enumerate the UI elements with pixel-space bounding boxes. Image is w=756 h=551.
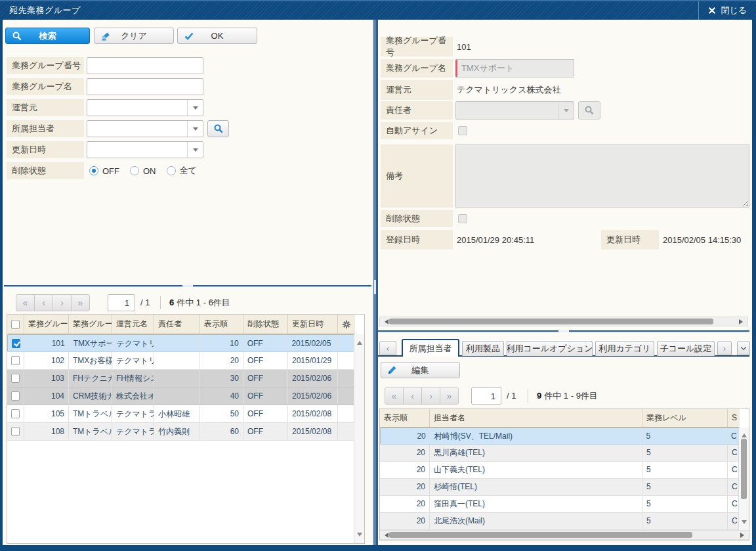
remarks-textarea (455, 144, 749, 208)
registered-value: 2015/01/29 20:45:11 (457, 230, 534, 250)
gear-icon (342, 320, 351, 329)
radio-on[interactable]: ON (130, 166, 156, 176)
last-page-button[interactable]: » (71, 294, 90, 311)
staff-row[interactable]: 20 村崎博(SV、TEL/Mail) 5 C (380, 428, 740, 445)
col-del[interactable]: 削除状態 (243, 315, 288, 334)
tab-child-call-settings[interactable]: 子コール設定 (657, 341, 715, 356)
sub-page-total: / 1 (507, 387, 516, 405)
search-button[interactable]: 検索 (5, 28, 90, 44)
search-icon (12, 31, 22, 41)
table-row[interactable]: 102 TMXお客様相 テクマトリッ 20 OFF 2015/01/29 (7, 352, 355, 370)
group-name-input[interactable] (87, 78, 203, 95)
col-group-name[interactable]: 業務グループ名 (69, 315, 112, 334)
chevron-down-icon (187, 142, 203, 158)
tab-staff[interactable]: 所属担当者 (402, 339, 459, 357)
deleted-radio-group: OFF ON 全て (89, 162, 197, 179)
resize-grip-icon[interactable] (742, 200, 748, 206)
detail-splitter[interactable] (378, 330, 749, 334)
updated-select[interactable] (87, 141, 203, 158)
horizontal-splitter[interactable] (4, 285, 371, 288)
ok-button[interactable]: OK (177, 28, 257, 44)
select-all-checkbox[interactable] (11, 320, 20, 329)
scroll-left-icon[interactable] (382, 319, 388, 324)
operator-select[interactable] (87, 99, 203, 116)
scrollbar-thumb[interactable] (389, 319, 713, 324)
staff-row[interactable]: 20 山下義夫(TEL) 5 C (380, 462, 740, 479)
first-page-button[interactable]: « (16, 294, 35, 311)
radio-off[interactable]: OFF (89, 166, 119, 176)
prev-page-button[interactable]: ‹ (34, 294, 53, 311)
vertical-scrollbar[interactable] (354, 334, 364, 543)
staff-row[interactable]: 20 杉崎悟(TEL) 5 C (380, 479, 740, 496)
col-s[interactable]: S (728, 409, 740, 427)
prev-page-button[interactable]: ‹ (403, 387, 422, 405)
row-checkbox[interactable] (11, 427, 20, 436)
manager-search-button (578, 101, 600, 120)
col-updated[interactable]: 更新日時 (288, 315, 338, 334)
next-page-button[interactable]: › (421, 387, 440, 405)
clear-button[interactable]: クリア (94, 28, 174, 44)
scroll-down-icon[interactable] (357, 533, 362, 539)
scroll-right-icon[interactable] (740, 533, 747, 538)
first-page-button[interactable]: « (385, 387, 404, 405)
vertical-splitter[interactable] (373, 20, 378, 545)
col-level[interactable]: 業務レベル (642, 409, 728, 427)
tab-scroll-left-button[interactable]: ‹ (379, 341, 396, 355)
close-button[interactable]: 閉じる (698, 1, 747, 20)
results-table-header: 業務グループ番号 業務グループ名 運営元名 責任者 表示順 削除状態 更新日時 (7, 315, 355, 334)
row-checkbox[interactable] (11, 391, 20, 401)
scrollbar-thumb[interactable] (741, 439, 747, 499)
col-group-no[interactable]: 業務グループ番号 (24, 315, 69, 334)
detail-group-no-value: 101 (457, 37, 471, 56)
tab-list-button[interactable] (737, 341, 750, 355)
scroll-down-icon[interactable] (742, 520, 747, 527)
staff-horizontal-scrollbar[interactable] (380, 530, 749, 540)
scroll-up-icon[interactable] (357, 338, 362, 345)
scroll-right-icon[interactable] (739, 319, 746, 324)
table-row[interactable]: 108 TMトラベル予 テクマトラベ 竹内義則 60 OFF 2015/02/0… (7, 423, 355, 441)
last-page-button[interactable]: » (440, 387, 459, 405)
staff-row[interactable]: 20 窪田真一(TEL) 5 C (380, 496, 740, 513)
page-input[interactable] (108, 294, 135, 311)
chevron-down-icon (740, 346, 747, 351)
detail-group-name-input[interactable] (455, 59, 574, 77)
table-row[interactable]: 104 CRM技術ナビ 株式会社オフ 40 OFF 2015/02/06 (7, 387, 355, 405)
row-checkbox[interactable] (11, 356, 20, 365)
table-row[interactable]: 105 TMトラベルC テクマトラベ 小林昭雄 50 OFF 2015/02/0… (7, 405, 355, 423)
ok-button-label: OK (211, 31, 224, 41)
row-checkbox[interactable] (11, 409, 20, 418)
col-order[interactable]: 表示順 (380, 409, 430, 427)
tab-scroll-right-button[interactable]: › (717, 341, 732, 355)
table-row[interactable]: 101 TMXサポート テクマトリッ 10 OFF 2015/02/05 (7, 334, 355, 352)
row-checkbox[interactable] (12, 339, 20, 348)
edit-button-label: 編集 (412, 364, 429, 376)
edit-button[interactable]: 編集 (381, 362, 460, 378)
col-name[interactable]: 担当者名 (430, 409, 642, 427)
group-no-input[interactable] (87, 57, 203, 74)
staff-select[interactable] (87, 120, 203, 137)
row-checkbox[interactable] (11, 374, 20, 383)
tab-products[interactable]: 利用製品 (462, 341, 504, 356)
deleted-checkbox (458, 214, 467, 223)
detail-horizontal-scrollbar[interactable] (379, 317, 748, 326)
col-owner[interactable]: 責任者 (154, 315, 200, 334)
col-org[interactable]: 運営元名 (112, 315, 154, 334)
tab-call-options[interactable]: 利用コールオプション (507, 341, 593, 356)
radio-all[interactable]: 全て (167, 165, 197, 177)
scroll-left-icon[interactable] (382, 533, 388, 538)
label-staff: 所属担当者 (7, 120, 84, 137)
staff-search-button[interactable] (207, 120, 229, 137)
staff-row[interactable]: 20 北尾浩次(Mail) 5 C (380, 513, 740, 530)
next-page-button[interactable]: › (52, 294, 72, 311)
table-row[interactable]: 103 FHテクニカル FH情報システ 30 OFF 2015/02/06 (7, 370, 355, 387)
sub-page-input[interactable] (471, 387, 501, 405)
tab-categories[interactable]: 利用カテゴリ (595, 341, 654, 356)
manager-select (455, 101, 574, 120)
search-icon (213, 123, 224, 134)
scrollbar-thumb[interactable] (389, 532, 692, 538)
scroll-up-icon[interactable] (742, 431, 747, 437)
staff-row[interactable]: 20 黒川高雄(TEL) 5 C (380, 445, 740, 462)
grid-settings-button[interactable] (338, 315, 355, 334)
staff-vertical-scrollbar[interactable] (738, 428, 749, 530)
col-order[interactable]: 表示順 (200, 315, 243, 334)
